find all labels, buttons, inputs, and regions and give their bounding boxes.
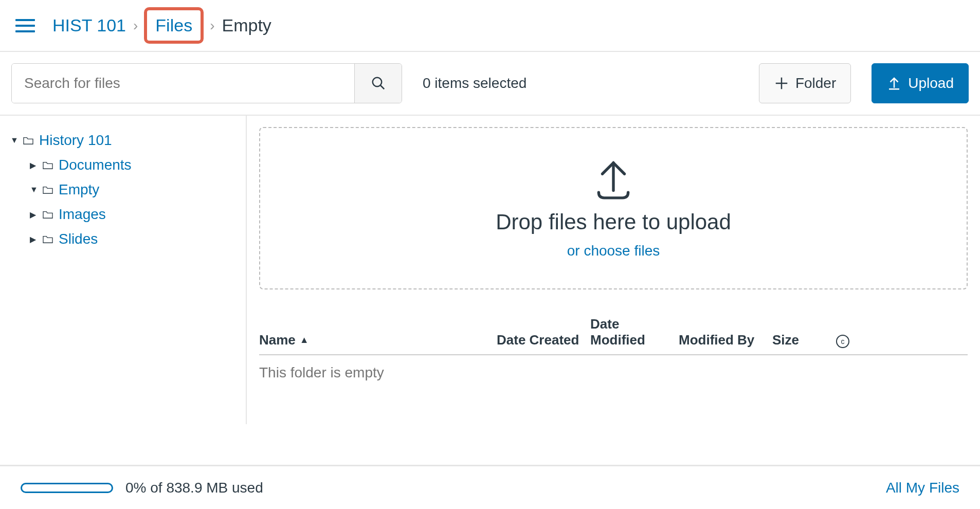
tree-item-slides[interactable]: ▶ Slides (30, 227, 235, 251)
chevron-down-icon: ▼ (10, 136, 17, 145)
column-name-label: Name (259, 332, 296, 348)
upload-icon (886, 76, 902, 91)
page-header: HIST 101 › Files › Empty (0, 0, 980, 52)
folder-icon (42, 234, 53, 244)
svg-line-1 (380, 85, 384, 89)
content-area: Drop files here to upload or choose file… (247, 116, 980, 424)
tree-item-images[interactable]: ▶ Images (30, 202, 235, 227)
tree-item-empty[interactable]: ▼ Empty (30, 177, 235, 202)
column-usage-rights[interactable]: c (830, 335, 856, 348)
chevron-right-icon: ▶ (30, 160, 37, 170)
search-input[interactable] (12, 64, 354, 103)
breadcrumb-course[interactable]: HIST 101 (52, 15, 126, 35)
copyright-icon: c (836, 335, 849, 348)
tree-root[interactable]: ▼ History 101 (10, 128, 235, 153)
column-modified-by[interactable]: Modified By (679, 332, 766, 348)
dropzone-message: Drop files here to upload (496, 210, 731, 234)
footer-bar: 0% of 838.9 MB used All My Files (0, 465, 980, 509)
plus-icon (774, 76, 789, 91)
upload-button[interactable]: Upload (872, 63, 969, 103)
search-icon (371, 76, 386, 91)
empty-folder-message: This folder is empty (259, 355, 968, 412)
breadcrumb-separator: › (133, 17, 138, 34)
file-table-header: Name ▲ Date Created Date Modified Modifi… (259, 289, 968, 355)
tree-item-label: Slides (59, 231, 98, 247)
chevron-down-icon: ▼ (30, 185, 37, 194)
breadcrumb-current: Empty (222, 15, 271, 35)
tree-item-label: Documents (59, 157, 132, 173)
breadcrumb-separator: › (210, 17, 214, 34)
search-button[interactable] (354, 64, 402, 103)
column-size[interactable]: Size (772, 332, 824, 348)
column-name[interactable]: Name ▲ (259, 332, 491, 348)
toolbar: 0 items selected Folder Upload (0, 52, 980, 115)
upload-button-label: Upload (908, 75, 954, 92)
all-my-files-link[interactable]: All My Files (886, 480, 959, 496)
svg-point-0 (372, 78, 382, 87)
folder-icon (42, 185, 53, 194)
tree-item-documents[interactable]: ▶ Documents (30, 153, 235, 177)
column-date-modified[interactable]: Date Modified (590, 316, 673, 348)
sort-asc-icon: ▲ (300, 335, 309, 346)
chevron-right-icon: ▶ (30, 234, 37, 244)
file-dropzone[interactable]: Drop files here to upload or choose file… (259, 127, 968, 289)
tree-root-label: History 101 (39, 132, 112, 149)
hamburger-menu-icon[interactable] (15, 17, 38, 34)
items-selected-label: 0 items selected (423, 75, 527, 92)
folder-icon (42, 160, 53, 170)
folder-tree: ▼ History 101 ▶ Documents ▼ Empty ▶ Imag… (0, 116, 247, 424)
main-split: ▼ History 101 ▶ Documents ▼ Empty ▶ Imag… (0, 115, 980, 424)
chevron-right-icon: ▶ (30, 210, 37, 220)
upload-icon (591, 157, 636, 202)
storage-quota-label: 0% of 838.9 MB used (125, 480, 263, 496)
folder-icon (23, 136, 34, 145)
breadcrumb: HIST 101 › Files › Empty (52, 12, 271, 39)
new-folder-button[interactable]: Folder (759, 63, 851, 103)
choose-files-link[interactable]: or choose files (567, 243, 660, 259)
highlight-outline: Files (144, 7, 204, 44)
tree-item-label: Empty (59, 181, 99, 198)
storage-quota-bar (21, 483, 113, 493)
folder-icon (42, 210, 53, 219)
breadcrumb-files[interactable]: Files (155, 15, 192, 35)
search-box (11, 63, 402, 103)
column-date-created[interactable]: Date Created (497, 332, 584, 348)
folder-button-label: Folder (795, 75, 836, 92)
tree-item-label: Images (59, 206, 106, 223)
